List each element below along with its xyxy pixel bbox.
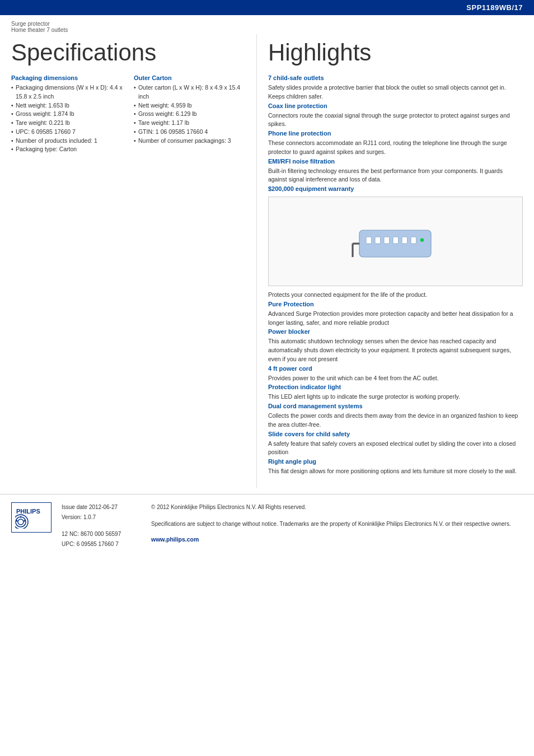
svg-rect-3 [384, 237, 390, 244]
highlights-list: 7 child-safe outlets Safety slides provi… [268, 74, 523, 476]
highlight-heading-slide-covers: Slide covers for child safety [268, 431, 523, 437]
highlight-heading-coax: Coax line protection [268, 102, 523, 109]
svg-point-12 [16, 517, 26, 527]
product-subcategory: Home theater 7 outlets [11, 27, 68, 33]
highlight-body-indicator-light: This LED alert lights up to indicate the… [268, 393, 523, 402]
highlight-heading-right-angle: Right angle plug [268, 458, 523, 465]
highlight-item-child-safe: 7 child-safe outlets Safety slides provi… [268, 74, 523, 101]
specifications-title: Specifications [11, 40, 245, 66]
svg-point-15 [16, 520, 18, 521]
issue-date: Issue date 2012-06-27 [62, 502, 134, 512]
highlight-item-right-angle: Right angle plug This flat design allows… [268, 458, 523, 476]
highlight-heading-child-safe: 7 child-safe outlets [268, 74, 523, 81]
highlight-heading-indicator-light: Protection indicator light [268, 384, 523, 390]
website: www.philips.com [151, 536, 523, 543]
disclaimer: Specifications are subject to change wit… [151, 519, 523, 529]
highlight-heading-power-cord: 4 ft power cord [268, 365, 523, 372]
list-item: Nett weight: 1.653 lb [11, 101, 123, 110]
footer-info: Issue date 2012-06-27 Version: 1.0.7 12 … [62, 502, 523, 549]
main-layout: Specifications Packaging dimensions Pack… [0, 34, 534, 488]
product-category: Surge protector [11, 21, 50, 27]
highlight-item-phone: Phone line protection These connectors a… [268, 130, 523, 157]
svg-rect-4 [393, 237, 399, 244]
svg-point-11 [18, 519, 24, 525]
list-item: Gross weight: 1.874 lb [11, 110, 123, 119]
outer-carton-list: Outer carton (L x W x H): 8 x 4.9 x 15.4… [134, 83, 245, 145]
packaging-col: Packaging dimensions Packaging dimension… [11, 74, 123, 154]
list-item: GTIN: 1 06 09585 17660 4 [134, 128, 245, 137]
svg-text:PHILIPS: PHILIPS [16, 508, 40, 515]
highlight-item-cord-mgmt: Dual cord management systems Collects th… [268, 403, 523, 430]
list-item: Gross weight: 6.129 lb [134, 110, 245, 119]
highlight-heading-warranty: $200,000 equipment warranty [268, 185, 523, 192]
highlight-body-power-blocker: This automatic shutdown technology sense… [268, 337, 523, 363]
list-item: Nett weight: 4.959 lb [134, 101, 245, 110]
svg-rect-5 [402, 237, 407, 244]
svg-point-16 [24, 520, 26, 521]
highlight-body-child-safe: Safety slides provide a protective barri… [268, 83, 523, 101]
version: Version: 1.0.7 [62, 512, 134, 522]
svg-rect-1 [366, 237, 372, 244]
highlight-body-slide-covers: A safety feature that safely covers an e… [268, 440, 523, 458]
highlight-heading-cord-mgmt: Dual cord management systems [268, 403, 523, 409]
list-item: Tare weight: 1.17 lb [134, 119, 245, 128]
list-item: Packaging type: Carton [11, 145, 123, 154]
svg-rect-6 [411, 237, 416, 244]
product-subtitle: Surge protector Home theater 7 outlets [0, 15, 534, 34]
specs-two-col: Packaging dimensions Packaging dimension… [11, 74, 245, 154]
list-item: Number of products included: 1 [11, 137, 123, 146]
product-image [268, 197, 523, 286]
upc-label: UPC: 6 09585 17660 7 [62, 539, 134, 549]
highlight-heading-power-blocker: Power blocker [268, 328, 523, 335]
list-item: Tare weight: 0.221 lb [11, 119, 123, 128]
footer-left: Issue date 2012-06-27 Version: 1.0.7 12 … [62, 502, 134, 549]
list-item: Number of consumer packagings: 3 [134, 137, 245, 146]
highlight-body-power-cord: Provides power to the unit which can be … [268, 374, 523, 383]
highlight-item-coax: Coax line protection Connectors route th… [268, 102, 523, 129]
outer-carton-col: Outer Carton Outer carton (L x W x H): 8… [134, 74, 245, 154]
nc-label: 12 NC: 8670 000 56597 [62, 529, 134, 539]
highlight-item-emi: EMI/RFI noise filtration Built-in filter… [268, 158, 523, 185]
packaging-heading: Packaging dimensions [11, 74, 123, 81]
specifications-column: Specifications Packaging dimensions Pack… [0, 34, 256, 488]
highlight-body-right-angle: This flat design allows for more positio… [268, 467, 523, 476]
highlights-column: Highlights 7 child-safe outlets Safety s… [256, 34, 534, 488]
svg-rect-2 [375, 237, 381, 244]
highlight-item-power-blocker: Power blocker This automatic shutdown te… [268, 328, 523, 363]
highlight-body-pure-protection: Advanced Surge Protection provides more … [268, 310, 523, 328]
header-bar: SPP1189WB/17 [0, 0, 534, 15]
highlight-heading-pure-protection: Pure Protection [268, 301, 523, 307]
highlights-title: Highlights [268, 40, 523, 66]
highlight-item-power-cord: 4 ft power cord Provides power to the un… [268, 365, 523, 383]
highlight-body-emi: Built-in filtering technology ensures th… [268, 167, 523, 185]
product-code: SPP1189WB/17 [466, 3, 523, 12]
highlight-item-indicator-light: Protection indicator light This LED aler… [268, 384, 523, 402]
list-item: UPC: 6 09585 17660 7 [11, 128, 123, 137]
highlight-item-slide-covers: Slide covers for child safety A safety f… [268, 431, 523, 458]
svg-point-7 [420, 239, 424, 242]
highlight-heading-phone: Phone line protection [268, 130, 523, 137]
outer-carton-heading: Outer Carton [134, 74, 245, 81]
highlight-heading-emi: EMI/RFI noise filtration [268, 158, 523, 165]
packaging-list: Packaging dimensions (W x H x D): 4.4 x … [11, 83, 123, 154]
highlight-body-phone: These connectors accommodate an RJ11 cor… [268, 139, 523, 157]
highlight-body-coax: Connectors route the coaxial signal thro… [268, 111, 523, 129]
surge-protector-image [350, 202, 440, 281]
philips-logo: PHILIPS [11, 502, 50, 533]
highlight-item-warranty: $200,000 equipment warranty [268, 185, 523, 300]
highlight-item-pure-protection: Pure Protection Advanced Surge Protectio… [268, 301, 523, 328]
philips-logo-svg: PHILIPS [15, 505, 48, 529]
highlight-body-cord-mgmt: Collects the power cords and directs the… [268, 412, 523, 430]
footer-right: © 2012 Koninklijke Philips Electronics N… [151, 502, 523, 549]
footer: PHILIPS Issue date 2012-06-27 Version: 1… [0, 494, 534, 557]
svg-point-14 [20, 516, 22, 517]
list-item: Packaging dimensions (W x H x D): 4.4 x … [11, 83, 123, 101]
highlight-body-warranty: Protects your connected equipment for th… [268, 291, 523, 300]
philips-logo-box: PHILIPS [11, 502, 51, 533]
list-item: Outer carton (L x W x H): 8 x 4.9 x 15.4… [134, 83, 245, 101]
copyright: © 2012 Koninklijke Philips Electronics N… [151, 502, 523, 512]
